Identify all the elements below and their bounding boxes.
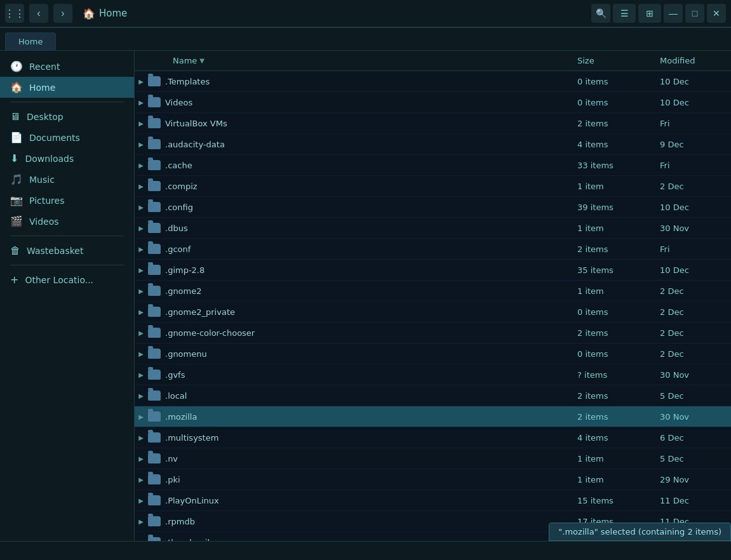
row-expand-11[interactable]: ▶ <box>135 302 147 323</box>
row-expand-14[interactable]: ▶ <box>135 364 147 385</box>
sidebar-item-downloads[interactable]: ⬇ Downloads <box>0 148 134 169</box>
table-row[interactable]: ▶ .mozilla 2 items 30 Nov <box>135 406 731 427</box>
sidebar-item-music[interactable]: 🎵 Music <box>0 169 134 190</box>
sidebar-item-documents[interactable]: 📄 Documents <box>0 127 134 148</box>
expand-chevron-icon: ▶ <box>138 99 144 106</box>
expand-chevron-icon: ▶ <box>138 141 144 148</box>
row-expand-1[interactable]: ▶ <box>135 92 147 113</box>
col-size-label: Size <box>577 56 594 65</box>
row-expand-19[interactable]: ▶ <box>135 469 147 490</box>
close-button[interactable]: ✕ <box>707 4 726 23</box>
minimize-icon: — <box>669 8 678 18</box>
sidebar-item-videos[interactable]: 🎬 Videos <box>0 211 134 232</box>
table-row[interactable]: ▶ .cache 33 items Fri <box>135 155 731 176</box>
col-size-header[interactable]: Size <box>572 56 655 65</box>
row-expand-5[interactable]: ▶ <box>135 176 147 197</box>
table-row[interactable]: ▶ .compiz 1 item 2 Dec <box>135 176 731 197</box>
sidebar-item-pictures[interactable]: 📷 Pictures <box>0 190 134 211</box>
tab-home[interactable]: Home <box>5 32 56 50</box>
sidebar-item-other-locations[interactable]: + Other Locatio... <box>0 269 134 290</box>
sidebar-item-home[interactable]: 🏠 Home <box>0 77 134 98</box>
title-text: Home <box>99 8 127 19</box>
recent-icon: 🕐 <box>10 60 23 72</box>
table-row[interactable]: ▶ .gnome2 1 item 2 Dec <box>135 281 731 302</box>
row-expand-13[interactable]: ▶ <box>135 343 147 364</box>
row-expand-12[interactable]: ▶ <box>135 323 147 343</box>
table-row[interactable]: ▶ .pki 1 item 29 Nov <box>135 469 731 490</box>
row-expand-20[interactable]: ▶ <box>135 490 147 511</box>
table-row[interactable]: ▶ .gimp-2.8 35 items 10 Dec <box>135 260 731 281</box>
table-row[interactable]: ▶ .local 2 items 5 Dec <box>135 385 731 406</box>
file-modified-11: 2 Dec <box>655 307 731 317</box>
view-list-button[interactable]: ☰ <box>613 4 636 23</box>
col-modified-header[interactable]: Modified <box>655 56 731 65</box>
row-expand-10[interactable]: ▶ <box>135 281 147 302</box>
maximize-button[interactable]: □ <box>685 4 704 23</box>
file-name-0: .Templates <box>165 77 572 86</box>
table-row[interactable]: ▶ .gnomenu 0 items 2 Dec <box>135 343 731 364</box>
search-button[interactable]: 🔍 <box>591 4 610 23</box>
sidebar-item-wastebasket[interactable]: 🗑 Wastebasket <box>0 240 134 261</box>
file-size-4: 33 items <box>572 161 655 170</box>
maximize-icon: □ <box>692 8 697 18</box>
forward-button[interactable]: › <box>53 4 72 23</box>
row-expand-3[interactable]: ▶ <box>135 134 147 155</box>
sidebar-item-other-label: Other Locatio... <box>25 275 93 285</box>
expand-chevron-icon: ▶ <box>138 309 144 316</box>
file-modified-18: 5 Dec <box>655 454 731 463</box>
folder-icon-2 <box>147 116 161 130</box>
files-grid-icon: ⋮⋮ <box>4 8 25 20</box>
back-button[interactable]: ‹ <box>29 4 48 23</box>
row-expand-18[interactable]: ▶ <box>135 448 147 469</box>
minimize-button[interactable]: — <box>664 4 683 23</box>
expand-chevron-icon: ▶ <box>138 476 144 483</box>
table-row[interactable]: ▶ .audacity-data 4 items 9 Dec <box>135 134 731 155</box>
row-expand-8[interactable]: ▶ <box>135 239 147 260</box>
row-expand-9[interactable]: ▶ <box>135 260 147 281</box>
sidebar-item-recent[interactable]: 🕐 Recent <box>0 56 134 77</box>
table-row[interactable]: ▶ .PlayOnLinux 15 items 11 Dec <box>135 490 731 511</box>
table-row[interactable]: ▶ .gconf 2 items Fri <box>135 239 731 260</box>
folder-icon-20 <box>147 493 161 507</box>
table-row[interactable]: ▶ Videos 0 items 10 Dec <box>135 92 731 113</box>
folder-icon-19 <box>147 472 161 486</box>
expand-chevron-icon: ▶ <box>138 330 144 337</box>
table-row[interactable]: ▶ .Templates 0 items 10 Dec <box>135 71 731 92</box>
expand-chevron-icon: ▶ <box>138 162 144 169</box>
row-expand-17[interactable]: ▶ <box>135 427 147 448</box>
view-grid-button[interactable]: ⊞ <box>638 4 661 23</box>
row-expand-2[interactable]: ▶ <box>135 113 147 134</box>
filelist-area[interactable]: Name ▼ Size Modified ▶ .Templates 0 item… <box>135 51 731 560</box>
file-modified-4: Fri <box>655 161 731 170</box>
expand-chevron-icon: ▶ <box>138 518 144 525</box>
table-row[interactable]: ▶ .config 39 items 10 Dec <box>135 197 731 218</box>
expand-chevron-icon: ▶ <box>138 455 144 462</box>
row-expand-16[interactable]: ▶ <box>135 406 147 427</box>
home-icon: 🏠 <box>83 8 95 20</box>
row-expand-4[interactable]: ▶ <box>135 155 147 176</box>
table-row[interactable]: ▶ .gnome-color-chooser 2 items 2 Dec <box>135 323 731 343</box>
file-modified-3: 9 Dec <box>655 140 731 149</box>
table-row[interactable]: ▶ .dbus 1 item 30 Nov <box>135 218 731 239</box>
row-expand-7[interactable]: ▶ <box>135 218 147 239</box>
table-row[interactable]: ▶ .multisystem 4 items 6 Dec <box>135 427 731 448</box>
row-expand-15[interactable]: ▶ <box>135 385 147 406</box>
sidebar-item-documents-label: Documents <box>29 133 80 143</box>
row-expand-21[interactable]: ▶ <box>135 511 147 532</box>
sidebar-item-desktop[interactable]: 🖥 Desktop <box>0 106 134 127</box>
table-row[interactable]: ▶ .gvfs ? items 30 Nov <box>135 364 731 385</box>
row-expand-6[interactable]: ▶ <box>135 197 147 218</box>
folder-icon-17 <box>147 430 161 444</box>
table-row[interactable]: ▶ .gnome2_private 0 items 2 Dec <box>135 302 731 323</box>
status-tooltip-text: ".mozilla" selected (containing 2 items) <box>558 527 721 537</box>
file-modified-0: 10 Dec <box>655 77 731 86</box>
table-row[interactable]: ▶ .nv 1 item 5 Dec <box>135 448 731 469</box>
col-name-header[interactable]: Name ▼ <box>147 56 572 65</box>
folder-icon-16 <box>147 410 161 423</box>
table-row[interactable]: ▶ VirtualBox VMs 2 items Fri <box>135 113 731 134</box>
files-menu-button[interactable]: ⋮⋮ <box>5 4 24 23</box>
expand-chevron-icon: ▶ <box>138 183 144 190</box>
home-nav-icon: 🏠 <box>10 81 23 93</box>
row-expand-0[interactable]: ▶ <box>135 71 147 92</box>
expand-chevron-icon: ▶ <box>138 434 144 441</box>
